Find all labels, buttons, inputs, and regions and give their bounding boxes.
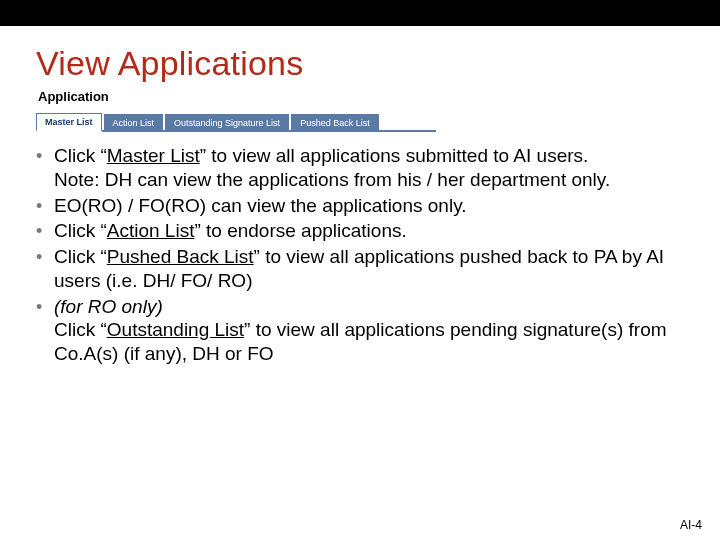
text: ” to endorse applications. [194, 220, 406, 241]
underlined-term: Pushed Back List [107, 246, 254, 267]
list-item: EO(RO) / FO(RO) can view the application… [36, 194, 684, 218]
tab-outstanding-signature-list[interactable]: Outstanding Signature List [165, 114, 289, 131]
underlined-term: Action List [107, 220, 195, 241]
application-header: Application [38, 89, 684, 104]
list-item: Click “Master List” to view all applicat… [36, 144, 684, 192]
list-item: Click “Action List” to endorse applicati… [36, 219, 684, 243]
text: Click “ [54, 246, 107, 267]
tab-row: Master List Action List Outstanding Sign… [36, 108, 436, 132]
top-bar [0, 0, 720, 26]
emphasis: (for RO only) [54, 296, 163, 317]
tab-action-list[interactable]: Action List [104, 114, 164, 131]
underlined-term: Master List [107, 145, 200, 166]
text: Click “ [54, 145, 107, 166]
page-title: View Applications [36, 44, 684, 83]
list-item: Click “Pushed Back List” to view all app… [36, 245, 684, 293]
text: Click “ [54, 319, 107, 340]
underlined-term: Outstanding List [107, 319, 244, 340]
list-item: (for RO only) Click “Outstanding List” t… [36, 295, 684, 366]
tab-master-list[interactable]: Master List [36, 113, 102, 132]
text: EO(RO) / FO(RO) can view the application… [54, 195, 467, 216]
slide-number: AI-4 [680, 518, 702, 532]
bullet-list: Click “Master List” to view all applicat… [36, 144, 684, 366]
slide-body: View Applications Application Master Lis… [0, 26, 720, 366]
text: Click “ [54, 220, 107, 241]
tab-pushed-back-list[interactable]: Pushed Back List [291, 114, 379, 131]
